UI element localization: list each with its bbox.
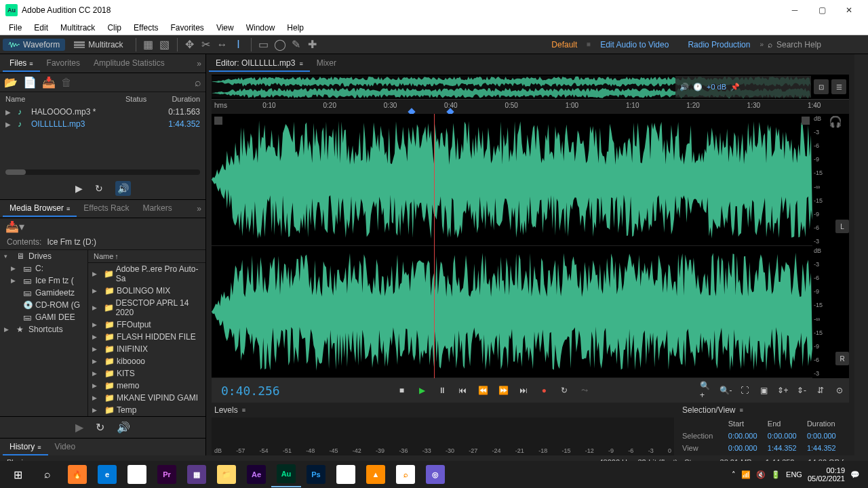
- folder-item[interactable]: ▶📁Temp: [88, 404, 205, 416]
- channel-r-label[interactable]: R: [835, 352, 849, 365]
- go-to-start-button[interactable]: ⏮: [456, 384, 469, 397]
- zoom-in-button[interactable]: 🔍+: [700, 384, 713, 397]
- level-meter[interactable]: dB-57-54-51-48-45-42-39-36-33-30-27-24-2…: [212, 418, 674, 455]
- menu-file[interactable]: File: [3, 22, 28, 34]
- tree-drive[interactable]: 🖴GAMI DEE: [0, 311, 87, 323]
- search-button[interactable]: ⌕: [33, 462, 62, 487]
- channel-l-label[interactable]: L: [835, 220, 849, 233]
- view-pitch-button[interactable]: ▧: [157, 37, 173, 52]
- tab-amplitude-stats[interactable]: Amplitude Statistics: [87, 56, 172, 72]
- expand-icon[interactable]: ▶: [5, 121, 18, 128]
- tab-favorites[interactable]: Favorites: [40, 56, 87, 72]
- folder-item[interactable]: ▶📁Adobe P..ere Pro Auto-Sa: [88, 263, 205, 285]
- tab-mixer[interactable]: Mixer: [310, 56, 343, 72]
- list-view-button[interactable]: ☰: [831, 79, 846, 94]
- open-file-button[interactable]: 📂: [4, 76, 18, 89]
- maximize-button[interactable]: ▢: [808, 1, 835, 20]
- zoom-full-button[interactable]: ⛶: [738, 384, 751, 397]
- folder-item[interactable]: ▶📁DESCTOP APRL 14 2020: [88, 297, 205, 319]
- workspace-default[interactable]: Default: [542, 40, 587, 49]
- rewind-button[interactable]: ⏪: [476, 384, 490, 397]
- folder-item[interactable]: ▶📁memo: [88, 380, 205, 392]
- tray-chevron-icon[interactable]: ˄: [732, 470, 736, 479]
- mb-play-button[interactable]: ▶: [75, 421, 83, 434]
- import-media-button[interactable]: 📥▾: [5, 220, 24, 233]
- healing-tool[interactable]: ✚: [304, 37, 321, 52]
- channel-toggle-l2[interactable]: [802, 117, 810, 125]
- overview-waveform[interactable]: 🔊 🕐 +0 dB 📌 ⊡ ☰: [212, 75, 849, 99]
- view-spectral-button[interactable]: ▦: [140, 37, 157, 52]
- preview-loop-button[interactable]: ↻: [95, 183, 103, 194]
- pause-button[interactable]: ⏸: [435, 384, 449, 397]
- taskbar-app3[interactable]: ▶: [331, 462, 361, 487]
- file-row[interactable]: ▶ ♪ HALOOOO.mp3 * 0:11.563: [0, 106, 205, 118]
- menu-view[interactable]: View: [210, 22, 240, 34]
- tab-history[interactable]: History≡: [3, 439, 48, 455]
- waveform-display[interactable]: dB -3 -6 -9 -15 -∞ -15 -9 -6 -3 dB -3 -6…: [212, 114, 849, 378]
- view-end[interactable]: 1:44.352: [768, 444, 807, 452]
- preview-play-button[interactable]: ▶: [75, 183, 83, 194]
- panel-overflow-icon[interactable]: »: [197, 59, 201, 68]
- col-name[interactable]: Name: [5, 95, 125, 103]
- workspace-eav[interactable]: Edit Audio to Video: [591, 40, 678, 49]
- filter-button[interactable]: ⌕: [195, 77, 201, 89]
- tree-drive[interactable]: ▶🖴C:: [0, 262, 87, 274]
- collapsed-panel[interactable]: [854, 54, 868, 455]
- mb-auto-button[interactable]: 🔊: [117, 421, 130, 434]
- tab-media-browser[interactable]: Media Browser≡: [3, 201, 77, 217]
- lasso-tool[interactable]: ◯: [272, 37, 288, 52]
- view-start[interactable]: 0:00.000: [728, 444, 768, 452]
- zoom-reset-amp-button[interactable]: ⇵: [814, 384, 827, 397]
- import-button[interactable]: 📥: [42, 76, 56, 89]
- menu-window[interactable]: Window: [240, 22, 281, 34]
- menu-clip[interactable]: Clip: [101, 22, 127, 34]
- new-file-button[interactable]: 📄: [23, 76, 37, 89]
- tree-drive[interactable]: 🖴Gamideetz: [0, 287, 87, 299]
- taskbar-app2[interactable]: ▦: [182, 462, 212, 487]
- tray-clock[interactable]: 00:19 05/02/2021: [808, 466, 845, 483]
- preview-auto-button[interactable]: 🔊: [115, 181, 131, 196]
- tray-volume-icon[interactable]: 🔇: [756, 470, 766, 479]
- move-tool[interactable]: ✥: [182, 37, 198, 52]
- waveform-view-toggle[interactable]: Waveform: [3, 39, 65, 51]
- taskbar-audition[interactable]: Au: [271, 462, 301, 487]
- tab-markers[interactable]: Markers: [136, 201, 178, 217]
- view-dur[interactable]: 1:44.352: [807, 444, 846, 452]
- pin-icon[interactable]: 📌: [730, 83, 740, 92]
- tab-video[interactable]: Video: [48, 439, 82, 455]
- col-status[interactable]: Status: [125, 95, 159, 103]
- folder-item[interactable]: ▶📁FFOutput: [88, 319, 205, 331]
- skip-selection-button[interactable]: ⤳: [578, 384, 591, 397]
- close-button[interactable]: ✕: [835, 1, 863, 20]
- tab-effects-rack[interactable]: Effects Rack: [77, 201, 136, 217]
- menu-help[interactable]: Help: [281, 22, 310, 34]
- timecode-display[interactable]: 0:40.256: [214, 384, 287, 398]
- tree-drives-root[interactable]: ▾🖥 Drives: [0, 250, 87, 262]
- tree-drive[interactable]: 💿CD-ROM (G: [0, 299, 87, 311]
- folder-item[interactable]: ▶📁INIFINIX: [88, 343, 205, 355]
- slip-tool[interactable]: ↔: [214, 37, 231, 52]
- fast-forward-button[interactable]: ⏩: [496, 384, 510, 397]
- file-row[interactable]: ▶ ♪ OILLLLLL.mp3 1:44.352: [0, 118, 205, 130]
- zoom-selection-button[interactable]: ▣: [757, 384, 770, 397]
- taskbar-app5[interactable]: ◎: [420, 462, 450, 487]
- taskbar-store[interactable]: 🛍: [122, 462, 152, 487]
- taskbar-explorer[interactable]: 📁: [212, 462, 241, 487]
- folder-item[interactable]: ▶📁BOLINGO MIX: [88, 285, 205, 297]
- zoom-in-amp-button[interactable]: ⇕+: [776, 384, 789, 397]
- zoom-out-amp-button[interactable]: ⇕-: [795, 384, 808, 397]
- tab-files[interactable]: Files≡: [3, 56, 40, 72]
- marquee-tool[interactable]: ▭: [256, 37, 272, 52]
- timeline-ruler[interactable]: hms 0:10 0:20 0:30 0:40 0:50 1:00 1:10 1…: [212, 99, 849, 114]
- folder-item[interactable]: ▶📁FLASH HIDDEN FILE: [88, 331, 205, 343]
- stop-button[interactable]: ■: [395, 384, 408, 397]
- minimize-button[interactable]: ─: [781, 1, 808, 20]
- gain-value[interactable]: +0 dB: [707, 83, 726, 91]
- go-to-end-button[interactable]: ⏭: [517, 384, 530, 397]
- menu-multitrack[interactable]: Multitrack: [54, 22, 101, 34]
- workspace-radio[interactable]: Radio Production: [678, 40, 760, 49]
- loop-button[interactable]: ↻: [557, 384, 571, 397]
- tree-drive[interactable]: ▶🖴Ice Fm tz (: [0, 274, 87, 287]
- menu-effects[interactable]: Effects: [127, 22, 164, 34]
- search-input[interactable]: Search Help: [776, 40, 821, 49]
